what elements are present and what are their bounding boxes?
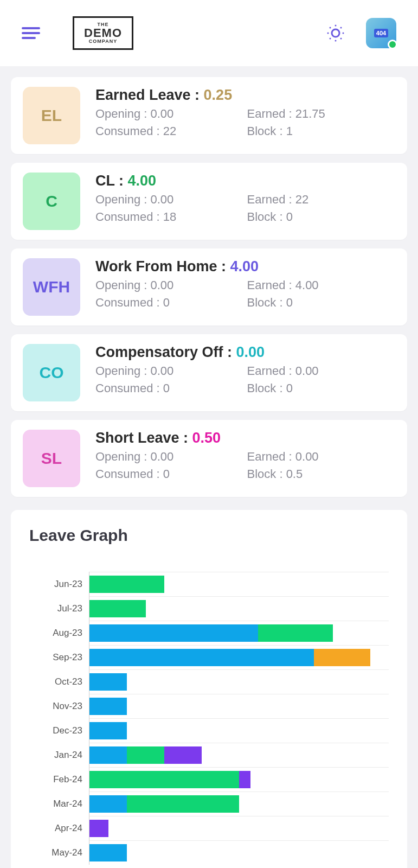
leave-block: Block : 1 (247, 124, 396, 138)
chart-bar-segment (89, 844, 127, 861)
chart-category-label: Jan-24 (29, 743, 82, 767)
chart-bar-row (89, 596, 389, 621)
chart-bar-segment (258, 624, 333, 642)
svg-point-7 (330, 38, 331, 40)
theme-toggle-icon[interactable] (327, 24, 344, 42)
chart-bar-row (89, 645, 389, 669)
leave-consumed: Consumed : 0 (95, 296, 244, 310)
chart-bar-segment (89, 698, 127, 715)
leave-name: Compensatory Off (95, 344, 223, 360)
leave-card[interactable]: WFH Work From Home : 4.00 Opening : 0.00… (11, 248, 407, 326)
chart-category-label: Feb-24 (29, 767, 82, 792)
leave-block: Block : 0 (247, 296, 396, 310)
chart-bar-row (89, 816, 389, 840)
chart-bar-segment (89, 600, 146, 617)
leave-block: Block : 0 (247, 210, 396, 224)
chart-category-label: Jun-23 (29, 572, 82, 596)
leave-opening: Opening : 0.00 (95, 278, 244, 292)
chart-bar-segment (89, 624, 258, 642)
chart-category-label: Aug-23 (29, 621, 82, 645)
svg-point-2 (335, 40, 337, 42)
presence-indicator-icon (388, 40, 397, 49)
company-logo: THE DEMO COMPANY (73, 16, 133, 50)
svg-point-6 (340, 27, 342, 29)
leave-block: Block : 0 (247, 381, 396, 395)
leave-consumed: Consumed : 0 (95, 467, 244, 481)
leave-card[interactable]: EL Earned Leave : 0.25 Opening : 0.00 Ea… (11, 77, 407, 154)
graph-title: Leave Graph (29, 526, 389, 545)
leave-consumed: Consumed : 22 (95, 124, 244, 138)
logo-line2: DEMO (84, 27, 122, 39)
leave-name: Short Leave (95, 430, 179, 446)
chart-bar-segment (314, 649, 370, 666)
leave-info: Compensatory Off : 0.00 Opening : 0.00 E… (95, 344, 395, 401)
leave-opening: Opening : 0.00 (95, 193, 244, 207)
leave-earned: Earned : 4.00 (247, 278, 396, 292)
leave-balance: 0.50 (192, 430, 221, 446)
user-avatar[interactable]: 404 (366, 18, 396, 48)
logo-line3: COMPANY (84, 39, 122, 44)
leave-chart: Jun-23Jul-23Aug-23Sep-23Oct-23Nov-23Dec-… (29, 572, 389, 865)
leave-card[interactable]: C CL : 4.00 Opening : 0.00 Earned : 22 C… (11, 163, 407, 240)
menu-icon[interactable] (22, 27, 40, 39)
chart-bar-segment (239, 771, 250, 788)
leave-balance: 0.00 (236, 344, 265, 360)
leave-info: CL : 4.00 Opening : 0.00 Earned : 22 Con… (95, 173, 395, 230)
chart-bar-row (89, 792, 389, 816)
svg-point-3 (327, 33, 329, 34)
chart-bar-row (89, 743, 389, 767)
app-header: THE DEMO COMPANY 404 (0, 0, 418, 66)
leave-graph-card: Leave Graph Jun-23Jul-23Aug-23Sep-23Oct-… (11, 510, 407, 868)
svg-point-5 (330, 27, 331, 29)
chart-bar-row (89, 767, 389, 792)
chart-bar-row (89, 694, 389, 718)
leave-title: Earned Leave : 0.25 (95, 87, 395, 104)
chart-bar-segment (89, 771, 239, 788)
chart-y-labels: Jun-23Jul-23Aug-23Sep-23Oct-23Nov-23Dec-… (29, 572, 89, 865)
chart-bar-segment (89, 576, 164, 593)
chart-category-label: Sep-23 (29, 645, 82, 669)
chart-category-label: Dec-23 (29, 718, 82, 743)
leave-badge: SL (23, 430, 80, 487)
leave-earned: Earned : 0.00 (247, 450, 396, 464)
leave-name: Work From Home (95, 258, 217, 275)
svg-point-8 (340, 38, 342, 40)
leave-opening: Opening : 0.00 (95, 450, 244, 464)
chart-category-label: Mar-24 (29, 792, 82, 816)
leave-name: CL (95, 173, 115, 189)
leave-card[interactable]: CO Compensatory Off : 0.00 Opening : 0.0… (11, 334, 407, 411)
leave-balance: 4.00 (230, 258, 259, 275)
leave-name: Earned Leave (95, 87, 191, 103)
leave-info: Short Leave : 0.50 Opening : 0.00 Earned… (95, 430, 395, 487)
chart-bar-segment (127, 746, 164, 764)
leave-info: Work From Home : 4.00 Opening : 0.00 Ear… (95, 258, 395, 316)
chart-bar-segment (89, 795, 127, 813)
chart-bar-row (89, 621, 389, 645)
chart-category-label: Apr-24 (29, 816, 82, 840)
chart-bars (89, 572, 389, 865)
leave-badge: C (23, 173, 80, 230)
svg-point-1 (335, 25, 337, 27)
leave-earned: Earned : 0.00 (247, 364, 396, 378)
leave-badge: EL (23, 87, 80, 144)
leave-title: Compensatory Off : 0.00 (95, 344, 395, 361)
leave-opening: Opening : 0.00 (95, 107, 244, 121)
leave-consumed: Consumed : 0 (95, 381, 244, 395)
leave-earned: Earned : 22 (247, 193, 396, 207)
chart-bar-row (89, 669, 389, 694)
leave-balance: 4.00 (128, 173, 157, 189)
svg-point-0 (332, 29, 339, 37)
chart-bar-row (89, 718, 389, 743)
leave-opening: Opening : 0.00 (95, 364, 244, 378)
chart-bar-segment (164, 746, 202, 764)
chart-bar-segment (89, 722, 127, 739)
chart-bar-segment (89, 649, 314, 666)
leave-card[interactable]: SL Short Leave : 0.50 Opening : 0.00 Ear… (11, 420, 407, 497)
leave-balance-list: EL Earned Leave : 0.25 Opening : 0.00 Ea… (11, 77, 407, 497)
main-content: EL Earned Leave : 0.25 Opening : 0.00 Ea… (0, 66, 418, 868)
chart-bar-segment (89, 820, 108, 837)
leave-earned: Earned : 21.75 (247, 107, 396, 121)
chart-category-label: May-24 (29, 840, 82, 865)
svg-point-4 (343, 33, 344, 34)
leave-title: Short Leave : 0.50 (95, 430, 395, 446)
